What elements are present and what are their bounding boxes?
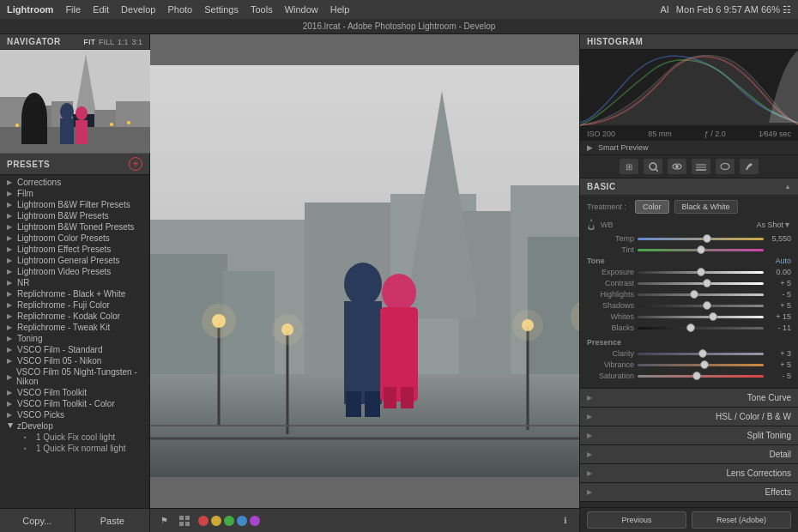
menu-help[interactable]: Help (330, 4, 350, 15)
crop-tool[interactable]: ⊞ (620, 159, 638, 174)
wb-dropdown-icon[interactable]: ▼ (783, 221, 791, 229)
preset-vsco-toolkit-color[interactable]: ▶ VSCO Film Toolkit - Color (0, 398, 149, 409)
preset-lr-color[interactable]: ▶ Lightroom Color Presets (0, 233, 149, 244)
effects-section[interactable]: ▶ Effects (580, 483, 798, 502)
redeye-tool[interactable] (668, 159, 686, 174)
preset-vsco-standard[interactable]: ▶ VSCO Film - Standard (0, 344, 149, 355)
preset-quick-fix-normal[interactable]: ▪ 1 Quick Fix normal light (0, 443, 149, 454)
menu-file[interactable]: File (65, 4, 81, 15)
wb-preset-value[interactable]: As Shot (757, 221, 784, 229)
info-icon[interactable]: ℹ (559, 514, 572, 528)
color-labels (198, 516, 260, 526)
menu-develop[interactable]: Develop (121, 4, 155, 15)
highlights-slider[interactable] (638, 293, 764, 296)
vibrance-thumb[interactable] (700, 360, 709, 369)
exposure-slider[interactable] (638, 271, 764, 274)
wb-dropper-icon[interactable] (587, 219, 595, 231)
blacks-slider[interactable] (638, 327, 764, 329)
preset-lr-general[interactable]: ▶ Lightroom General Presets (0, 255, 149, 266)
zoom-3-1[interactable]: 3:1 (131, 38, 142, 46)
highlights-thumb[interactable] (690, 290, 698, 299)
preset-zdevelop[interactable]: ▶ zDevelop (0, 420, 149, 432)
whites-slider[interactable] (638, 316, 764, 318)
preset-vsco-toolkit[interactable]: ▶ VSCO Film Toolkit (0, 387, 149, 398)
presence-label: Presence (587, 338, 791, 347)
lens-corrections-section[interactable]: ▶ Lens Corrections (580, 464, 798, 483)
preset-quick-fix-cool[interactable]: ▪ 1 Quick Fix cool light (0, 432, 149, 443)
zoom-1-1[interactable]: 1:1 (118, 38, 129, 46)
preset-lr-bw[interactable]: ▶ Lightroom B&W Presets (0, 210, 149, 221)
tone-auto-button[interactable]: Auto (775, 257, 791, 265)
graduated-filter-tool[interactable] (692, 159, 710, 174)
svg-rect-7 (0, 127, 150, 153)
grid-icon[interactable] (178, 514, 191, 528)
saturation-slider[interactable] (638, 375, 764, 378)
clarity-slider[interactable] (638, 353, 764, 355)
color-blue[interactable] (237, 516, 247, 526)
menu-window[interactable]: Window (285, 4, 318, 15)
shadows-slider[interactable] (638, 305, 764, 307)
preset-replichrome-tweak[interactable]: ▶ Replichrome - Tweak Kit (0, 322, 149, 333)
shadows-thumb[interactable] (703, 301, 711, 310)
blacks-thumb[interactable] (686, 323, 695, 332)
preset-replichrome-kodak[interactable]: ▶ Replichrome - Kodak Color (0, 311, 149, 322)
navigator-header: Navigator FIT FILL 1:1 3:1 (0, 34, 149, 50)
tint-thumb[interactable] (697, 245, 705, 254)
exposure-thumb[interactable] (697, 268, 705, 276)
color-purple[interactable] (250, 516, 260, 526)
presets-list[interactable]: ▶ Corrections ▶ Film ▶ Lightroom B&W Fil… (0, 175, 149, 508)
menu-settings[interactable]: Settings (204, 4, 239, 15)
bw-treatment-button[interactable]: Black & White (674, 200, 738, 214)
contrast-thumb[interactable] (703, 279, 711, 287)
preset-lr-effect[interactable]: ▶ Lightroom Effect Presets (0, 244, 149, 255)
develop-tools: ⊞ (580, 155, 798, 178)
add-preset-button[interactable]: + (129, 157, 142, 171)
saturation-thumb[interactable] (692, 372, 701, 380)
previous-button[interactable]: Previous (587, 511, 686, 529)
preset-toning[interactable]: ▶ Toning (0, 333, 149, 344)
preset-corrections[interactable]: ▶ Corrections (0, 177, 149, 188)
split-toning-section[interactable]: ▶ Split Toning (580, 426, 798, 445)
clarity-thumb[interactable] (698, 349, 707, 358)
basic-panel-header[interactable]: Basic ▲ (580, 178, 798, 195)
shadows-label: Shadows (587, 301, 634, 310)
reset-button[interactable]: Reset (Adobe) (692, 511, 791, 529)
preset-vsco-nikon[interactable]: ▶ VSCO Film 05 - Nikon (0, 355, 149, 366)
zoom-fit[interactable]: FIT (83, 38, 95, 46)
preset-nr[interactable]: ▶ NR (0, 277, 149, 288)
adjustment-brush-tool[interactable] (740, 159, 759, 174)
detail-section[interactable]: ▶ Detail (580, 445, 798, 464)
color-yellow[interactable] (211, 516, 221, 526)
tone-curve-section[interactable]: ▶ Tone Curve (580, 389, 798, 408)
menu-tools[interactable]: Tools (251, 4, 273, 15)
zoom-fill[interactable]: FILL (99, 38, 114, 46)
preset-vsco-picks[interactable]: ▶ VSCO Picks (0, 409, 149, 420)
expand-arrow-icon: ▶ (7, 223, 14, 231)
contrast-slider[interactable] (638, 282, 764, 285)
flag-icon[interactable]: ⚑ (157, 514, 171, 528)
radial-filter-tool[interactable] (716, 159, 735, 174)
spot-removal-tool[interactable] (644, 159, 662, 174)
preset-lr-bw-filter[interactable]: ▶ Lightroom B&W Filter Presets (0, 199, 149, 210)
preset-lr-video[interactable]: ▶ Lightroom Video Presets (0, 266, 149, 277)
color-treatment-button[interactable]: Color (635, 200, 669, 214)
whites-thumb[interactable] (709, 312, 717, 321)
tint-slider[interactable] (638, 249, 764, 251)
preset-item-label: Lightroom Color Presets (17, 233, 110, 243)
preset-replichrome-fuji[interactable]: ▶ Replichrome - Fuji Color (0, 299, 149, 311)
paste-button[interactable]: Paste (76, 509, 150, 532)
temp-thumb[interactable] (703, 234, 711, 243)
menu-edit[interactable]: Edit (93, 4, 109, 15)
hsl-section[interactable]: ▶ HSL / Color / B & W (580, 408, 798, 426)
menu-photo[interactable]: Photo (167, 4, 192, 15)
color-green[interactable] (224, 516, 234, 526)
preset-film[interactable]: ▶ Film (0, 188, 149, 199)
wb-row: WB As Shot ▼ (587, 219, 791, 231)
preset-vsco-night[interactable]: ▶ VSCO Film 05 Night-Tungsten - Nikon (0, 366, 149, 387)
temp-slider[interactable] (638, 238, 764, 240)
preset-lr-bw-toned[interactable]: ▶ Lightroom B&W Toned Presets (0, 221, 149, 233)
copy-button[interactable]: Copy... (0, 509, 76, 532)
preset-replichrome-bw[interactable]: ▶ Replichrome - Black + White (0, 288, 149, 299)
color-red[interactable] (198, 516, 209, 526)
vibrance-slider[interactable] (638, 364, 764, 366)
